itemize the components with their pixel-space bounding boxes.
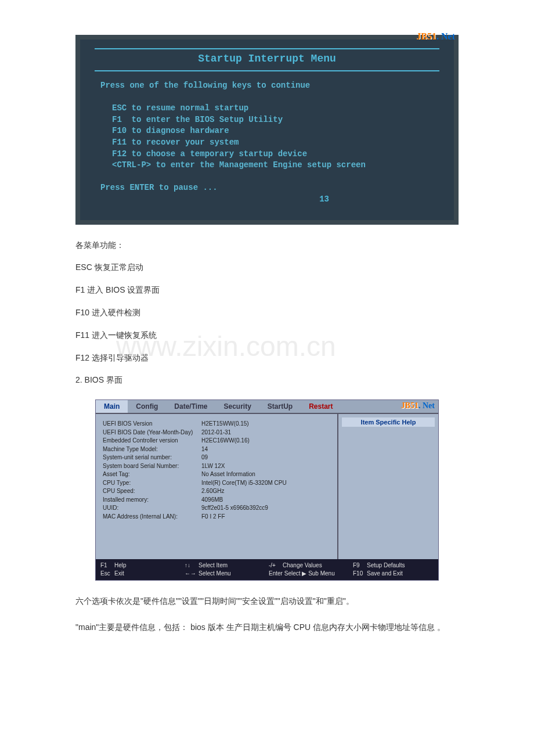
bios-label: System-unit serial number: xyxy=(103,453,201,462)
desc-f10: F10 进入硬件检测 xyxy=(75,304,459,322)
bios-value: H2EC16WW(0.16) xyxy=(201,437,330,445)
option-ctrlp: <CTRL-P> to enter the Management Engine … xyxy=(112,160,434,171)
watermark-brand: JB51 xyxy=(401,401,418,410)
desc-f1: F1 进入 BIOS 设置界面 xyxy=(75,281,459,299)
desc2-line1: 六个选项卡依次是"硬件信息""设置""日期时间""安全设置""启动设置"和"重启… xyxy=(75,592,459,610)
option-f12: F12 to choose a temporary startup device xyxy=(112,149,434,160)
footer-saveexit: Save and Exit xyxy=(367,570,403,577)
footer-exit: Exit xyxy=(114,570,124,577)
bios-value: No Asset Information xyxy=(201,470,330,479)
tab-startup[interactable]: StartUp xyxy=(259,400,301,413)
bios-help-panel: Item Specific Help xyxy=(337,414,438,559)
bios-value: 9cff2e01-5 x6966b392cc9 xyxy=(201,504,330,513)
bios-value: 1LW 12X xyxy=(201,462,330,471)
bios-label: Machine Type Model: xyxy=(103,445,201,454)
bios-label: UEFI BIOS Date (Year-Month-Day) xyxy=(103,429,201,437)
desc-f12: F12 选择引导驱动器 xyxy=(75,349,459,367)
option-f10: F10 to diagnose hardware xyxy=(112,125,434,137)
bios-value: F0 I 2 FF xyxy=(201,513,330,521)
bios-footer: F1Help EscExit ↑↓Select Item ←→Select Me… xyxy=(96,559,438,580)
tab-restart[interactable]: Restart xyxy=(301,400,341,413)
bios-label: Embedded Controller version xyxy=(103,437,201,445)
plusminus-icon: -/+ xyxy=(269,561,283,570)
bios-value: 4096MB xyxy=(201,496,330,505)
bios-label: CPU Type: xyxy=(103,479,201,488)
option-esc: ESC to resume normal startup xyxy=(112,103,434,114)
bios-label: Asset Tag: xyxy=(103,470,201,479)
footer-selectitem: Select Item xyxy=(199,562,228,568)
bios-info-panel: UEFI BIOS VersionH2ET15WW(0.15) UEFI BIO… xyxy=(96,414,337,559)
startup-interrupt-screenshot: JB51. Net Startup Interrupt Menu Press o… xyxy=(75,35,459,225)
footer-selectmenu: Select Menu xyxy=(199,570,231,577)
pause-prompt: Press ENTER to pause ... xyxy=(100,182,434,194)
bios-value: 09 xyxy=(201,453,330,462)
bios-value: 14 xyxy=(201,445,330,454)
desc-esc: ESC 恢复正常启动 xyxy=(75,258,459,276)
desc-f11: F11 进入一键恢复系统 xyxy=(75,326,459,344)
jb51-watermark-2: JB51. Net xyxy=(401,401,435,411)
page-watermark: www.zixin.com.cn xyxy=(116,316,336,377)
footer-changevalues: Change Values xyxy=(283,562,322,568)
timer-value: 13 xyxy=(100,194,434,206)
tab-security[interactable]: Security xyxy=(215,400,259,413)
bios-tabs: Main Config Date/Time Security StartUp R… xyxy=(96,400,438,414)
arrows-v-icon: ↑↓ xyxy=(185,561,199,570)
bios-label: System board Serial Number: xyxy=(103,462,201,471)
footer-help: Help xyxy=(114,562,127,568)
tab-config[interactable]: Config xyxy=(128,400,166,413)
bios-label: UEFI BIOS Version xyxy=(103,420,201,429)
option-f11: F11 to recover your system xyxy=(112,137,434,149)
desc-title: 各菜单功能： xyxy=(75,236,459,254)
watermark-suffix: . Net xyxy=(418,401,435,410)
arrows-h-icon: ←→ xyxy=(185,570,199,578)
startup-prompt: Press one of the following keys to conti… xyxy=(100,80,434,92)
bios-label: UUID: xyxy=(103,504,201,513)
footer-submenu: Select ▶ Sub Menu xyxy=(284,570,335,577)
desc-bios-heading: 2. BIOS 界面 xyxy=(75,371,459,389)
bios-screenshot: JB51. Net Main Config Date/Time Security… xyxy=(95,399,439,581)
enter-key: Enter xyxy=(269,570,283,578)
bios-description: 六个选项卡依次是"硬件信息""设置""日期时间""安全设置""启动设置"和"重启… xyxy=(75,592,459,636)
bios-label: CPU Speed: xyxy=(103,487,201,496)
desc2-line2: "main"主要是硬件信息，包括： bios 版本 生产日期主机编号 CPU 信… xyxy=(75,618,459,636)
help-title: Item Specific Help xyxy=(342,417,435,427)
bios-value: Intel(R) Core(TM) i5-3320M CPU xyxy=(201,479,330,488)
option-f1: F1 to enter the BIOS Setup Utility xyxy=(112,114,434,126)
bios-value: 2012-01-31 xyxy=(201,429,330,437)
startup-menu-title: Startup Interrupt Menu xyxy=(95,48,439,71)
bios-label: MAC Address (Internal LAN): xyxy=(103,513,201,521)
bios-value: H2ET15WW(0.15) xyxy=(201,420,330,429)
bios-value: 2.60GHz xyxy=(201,487,330,496)
tab-main[interactable]: Main xyxy=(96,400,128,413)
menu-description: 各菜单功能： ESC 恢复正常启动 F1 进入 BIOS 设置界面 F10 进入… xyxy=(75,236,459,390)
footer-defaults: Setup Defaults xyxy=(367,562,405,568)
tab-datetime[interactable]: Date/Time xyxy=(166,400,215,413)
bios-label: Installed memory: xyxy=(103,496,201,505)
